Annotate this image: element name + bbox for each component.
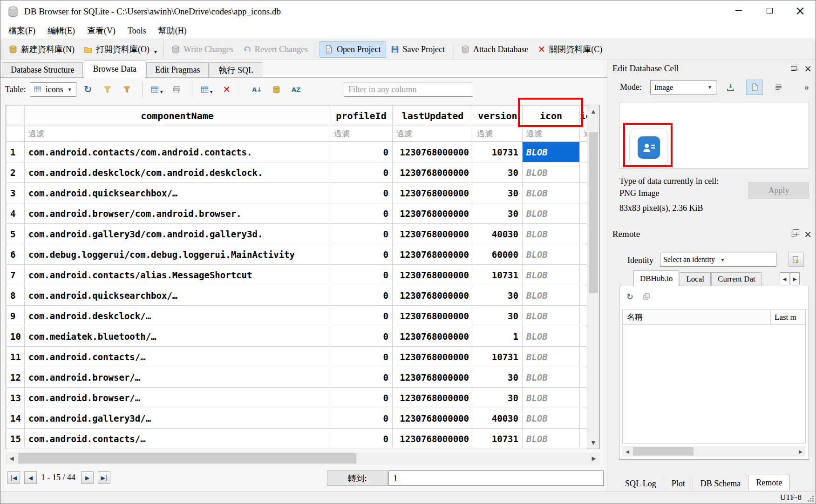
clear-filters-button[interactable]: [100, 81, 116, 97]
last-updated-cell[interactable]: 1230768000000: [393, 142, 473, 162]
partial-cell[interactable]: [580, 224, 587, 244]
column-header-lastUpdated[interactable]: lastUpdated: [393, 106, 473, 126]
menu-help[interactable]: 幫助(H): [152, 23, 193, 38]
tab-browse-data[interactable]: Browse Data: [84, 60, 145, 78]
last-updated-cell[interactable]: 1230768000000: [393, 224, 473, 244]
row-number-cell[interactable]: 11: [7, 347, 25, 367]
menu-file[interactable]: 檔案(F): [2, 23, 41, 38]
resize-grip[interactable]: [812, 500, 814, 502]
version-cell[interactable]: 10731: [473, 265, 523, 285]
column-header-icon[interactable]: icon: [523, 106, 580, 126]
maximize-button[interactable]: [754, 0, 785, 21]
icon-blob-cell[interactable]: BLOB: [523, 244, 580, 265]
last-updated-cell[interactable]: 1230768000000: [393, 388, 473, 408]
image-view-button[interactable]: [746, 80, 763, 95]
version-cell[interactable]: 40030: [473, 224, 523, 244]
filter-input-icon[interactable]: 過濾: [523, 126, 580, 142]
row-number-cell[interactable]: 12: [7, 367, 25, 388]
component-name-cell[interactable]: com.android.deskclock/…: [25, 306, 330, 326]
save-results-button[interactable]: ▼: [150, 81, 165, 97]
partial-cell[interactable]: [580, 429, 587, 449]
version-cell[interactable]: 30: [473, 203, 523, 224]
word-wrap-button[interactable]: [770, 80, 787, 95]
last-updated-cell[interactable]: 1230768000000: [393, 429, 473, 449]
version-cell[interactable]: 10731: [473, 347, 523, 367]
last-updated-cell[interactable]: 1230768000000: [393, 162, 473, 183]
filter-input-profileId[interactable]: 過濾: [330, 126, 393, 142]
mode-selector[interactable]: Image ▼: [650, 80, 716, 94]
refresh-remote-icon[interactable]: ↻: [626, 292, 633, 302]
scroll-right-button[interactable]: ▶: [796, 446, 806, 457]
icon-blob-cell[interactable]: BLOB: [523, 265, 580, 285]
tab-db-schema[interactable]: DB Schema: [693, 477, 748, 491]
scroll-left-button[interactable]: ◀: [622, 446, 632, 457]
component-name-cell[interactable]: com.android.contacts/alias.MessageShortc…: [25, 265, 330, 285]
vertical-scrollbar-thumb[interactable]: [589, 132, 598, 293]
filter-input-componentName[interactable]: 過濾: [25, 126, 330, 142]
profile-id-cell[interactable]: 0: [330, 183, 393, 203]
last-updated-cell[interactable]: 1230768000000: [393, 203, 473, 224]
filter-input-lastUpdated[interactable]: 過濾: [393, 126, 473, 142]
component-name-cell[interactable]: com.android.gallery3d/…: [25, 408, 330, 429]
close-button[interactable]: ×: [785, 0, 816, 21]
corner-header-cell[interactable]: [7, 106, 25, 126]
partial-cell[interactable]: [580, 162, 587, 183]
row-number-cell[interactable]: 15: [7, 429, 25, 449]
horizontal-scrollbar-thumb[interactable]: [633, 447, 694, 456]
profile-id-cell[interactable]: 0: [330, 224, 393, 244]
version-cell[interactable]: 30: [473, 388, 523, 408]
row-number-cell[interactable]: 4: [7, 203, 25, 224]
row-number-cell[interactable]: 10: [7, 326, 25, 347]
minimize-button[interactable]: [723, 0, 754, 21]
revert-changes-button[interactable]: Revert Changes: [238, 42, 313, 57]
version-cell[interactable]: 1: [473, 326, 523, 347]
row-number-cell[interactable]: 7: [7, 265, 25, 285]
row-number-cell[interactable]: 3: [7, 183, 25, 203]
component-name-cell[interactable]: com.android.browser/…: [25, 367, 330, 388]
icon-blob-cell[interactable]: BLOB: [523, 367, 580, 388]
icon-blob-cell[interactable]: BLOB: [523, 326, 580, 347]
toolbar-overflow-button[interactable]: »: [804, 82, 809, 93]
partial-cell[interactable]: [580, 265, 587, 285]
column-header-partial[interactable]: ic: [580, 106, 587, 126]
last-updated-cell[interactable]: 1230768000000: [393, 408, 473, 429]
profile-id-cell[interactable]: 0: [330, 306, 393, 326]
version-cell[interactable]: 10731: [473, 429, 523, 449]
icon-blob-cell[interactable]: BLOB: [523, 388, 580, 408]
tab-database-structure[interactable]: Database Structure: [2, 62, 83, 78]
version-cell[interactable]: 30: [473, 285, 523, 306]
print-button[interactable]: [169, 81, 185, 97]
partial-cell[interactable]: [580, 285, 587, 306]
grid-horizontal-scrollbar[interactable]: ◀ ▶: [6, 452, 600, 464]
icon-blob-cell[interactable]: BLOB: [523, 429, 580, 449]
tabs-scroll-left-button[interactable]: ◀: [780, 272, 789, 285]
partial-cell[interactable]: [580, 408, 587, 429]
tab-current-database[interactable]: Current Dat: [711, 272, 762, 286]
component-name-cell[interactable]: com.android.quicksearchbox/…: [25, 183, 330, 203]
refresh-button[interactable]: ↻: [80, 81, 96, 97]
write-changes-button[interactable]: Write Changes: [167, 42, 238, 57]
component-name-cell[interactable]: com.android.browser/…: [25, 388, 330, 408]
row-number-cell[interactable]: 6: [7, 244, 25, 265]
profile-id-cell[interactable]: 0: [330, 347, 393, 367]
icon-blob-cell[interactable]: BLOB: [523, 306, 580, 326]
row-number-cell[interactable]: 1: [7, 142, 25, 162]
open-database-dropdown-icon[interactable]: ▼: [153, 49, 158, 54]
save-filter-button[interactable]: [119, 81, 135, 97]
next-record-button[interactable]: ▶: [81, 471, 94, 484]
profile-id-cell[interactable]: 0: [330, 203, 393, 224]
partial-cell[interactable]: [580, 244, 587, 265]
version-cell[interactable]: 10731: [473, 142, 523, 162]
last-updated-cell[interactable]: 1230768000000: [393, 183, 473, 203]
insert-record-button[interactable]: ▼: [199, 81, 215, 97]
icon-blob-cell[interactable]: BLOB: [523, 285, 580, 306]
component-name-cell[interactable]: com.android.contacts/com.android.contact…: [25, 142, 330, 162]
last-updated-cell[interactable]: 1230768000000: [393, 367, 473, 388]
icon-blob-cell[interactable]: BLOB: [523, 347, 580, 367]
grid-vertical-scrollbar[interactable]: ▲ ▼: [587, 105, 599, 449]
tab-edit-pragmas[interactable]: Edit Pragmas: [146, 62, 209, 78]
column-header-name[interactable]: 名稱: [623, 310, 771, 324]
partial-cell[interactable]: [580, 183, 587, 203]
profile-id-cell[interactable]: 0: [330, 367, 393, 388]
encoding-indicator[interactable]: UTF-8: [780, 493, 802, 502]
